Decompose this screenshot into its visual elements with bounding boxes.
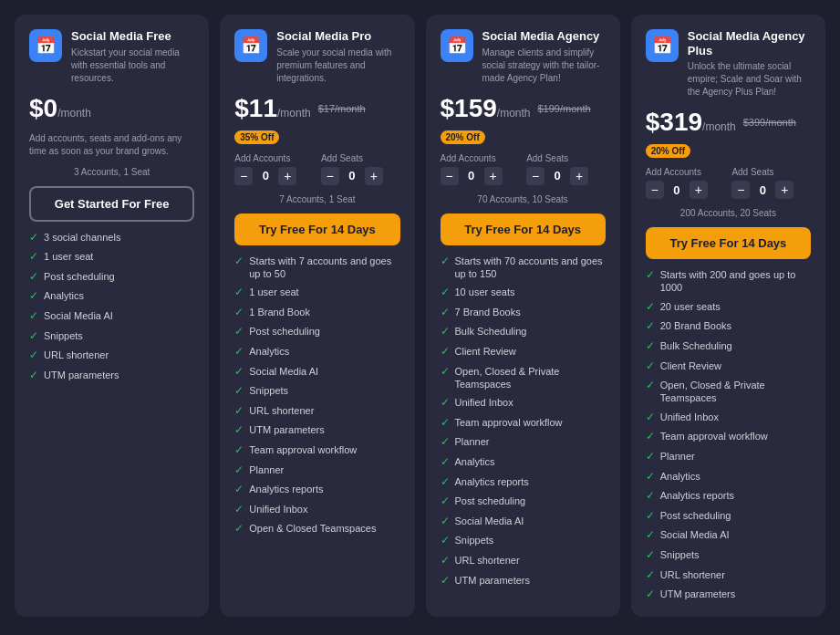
feature-item: ✓Snippets — [234, 384, 399, 399]
feature-text: UTM parameters — [660, 588, 736, 600]
feature-item: ✓URL shortener — [441, 554, 606, 568]
seats-counter-group: Add Seats−0+ — [731, 167, 811, 199]
check-icon: ✓ — [646, 489, 655, 504]
check-icon: ✓ — [29, 289, 38, 304]
seat-info: 70 Accounts, 10 Seats — [441, 194, 606, 204]
check-icon: ✓ — [234, 345, 244, 359]
check-icon: ✓ — [29, 349, 38, 363]
feature-text: Client Review — [660, 359, 721, 372]
plan-desc: Unlock the ultimate social empire; Scale… — [688, 60, 811, 99]
check-icon: ✓ — [234, 306, 244, 320]
plan-icon: 📅 — [646, 29, 679, 62]
feature-text: Social Media AI — [660, 528, 730, 541]
seats-minus-button[interactable]: − — [731, 181, 750, 199]
seats-label: Add Seats — [321, 153, 400, 163]
feature-item: ✓URL shortener — [29, 349, 194, 363]
feature-text: Snippets — [660, 548, 700, 561]
check-icon: ✓ — [646, 430, 655, 444]
check-icon: ✓ — [441, 396, 450, 411]
check-icon: ✓ — [441, 494, 450, 509]
accounts-minus-button[interactable]: − — [234, 167, 253, 185]
price-row: $0/month — [29, 94, 194, 123]
check-icon: ✓ — [29, 250, 38, 265]
check-icon: ✓ — [646, 588, 655, 602]
check-icon: ✓ — [646, 300, 655, 315]
feature-text: Open, Closed & Private Teamspaces — [660, 379, 811, 405]
feature-text: URL shortener — [44, 349, 109, 361]
feature-text: Planner — [249, 463, 284, 476]
accounts-plus-button[interactable]: + — [278, 167, 296, 185]
check-icon: ✓ — [29, 270, 38, 285]
feature-text: Snippets — [44, 329, 83, 342]
feature-item: ✓Post scheduling — [29, 270, 194, 285]
check-icon: ✓ — [234, 522, 244, 536]
feature-item: ✓URL shortener — [646, 568, 811, 583]
feature-text: 10 user seats — [455, 286, 515, 298]
feature-text: Team approval workflow — [249, 443, 357, 456]
feature-item: ✓Starts with 7 accounts and goes up to 5… — [234, 255, 399, 281]
feature-text: 1 Brand Book — [249, 306, 310, 318]
plan-header: 📅Social Media Agency PlusUnlock the ulti… — [646, 29, 811, 99]
check-icon: ✓ — [441, 534, 450, 548]
cta-button[interactable]: Get Started For Free — [29, 186, 194, 222]
accounts-plus-button[interactable]: + — [690, 181, 708, 199]
check-icon: ✓ — [441, 455, 450, 470]
feature-item: ✓UTM parameters — [29, 369, 194, 383]
feature-text: URL shortener — [455, 554, 520, 567]
plan-price: $159/month — [441, 94, 531, 123]
feature-item: ✓Starts with 70 accounts and goes up to … — [441, 255, 606, 281]
plan-name: Social Media Agency — [482, 29, 606, 44]
accounts-minus-button[interactable]: − — [441, 167, 459, 185]
check-icon: ✓ — [234, 255, 244, 269]
seats-minus-button[interactable]: − — [321, 167, 339, 185]
feature-text: UTM parameters — [455, 574, 531, 587]
feature-item: ✓Analytics reports — [441, 475, 606, 490]
check-icon: ✓ — [646, 411, 655, 425]
feature-item: ✓Team approval workflow — [646, 430, 811, 444]
plan-icon: 📅 — [29, 29, 62, 62]
check-icon: ✓ — [441, 345, 450, 359]
check-icon: ✓ — [646, 359, 655, 374]
check-icon: ✓ — [441, 435, 450, 450]
feature-item: ✓Planner — [234, 463, 399, 478]
feature-text: UTM parameters — [249, 423, 325, 436]
seats-plus-button[interactable]: + — [775, 181, 793, 199]
seats-plus-button[interactable]: + — [570, 167, 588, 185]
cta-button[interactable]: Try Free For 14 Days — [646, 227, 811, 259]
seats-plus-button[interactable]: + — [365, 167, 383, 185]
feature-text: 3 social channels — [44, 231, 120, 244]
feature-item: ✓Unified Inbox — [441, 396, 606, 411]
accounts-label: Add Accounts — [646, 167, 725, 177]
check-icon: ✓ — [234, 286, 244, 300]
check-icon: ✓ — [441, 475, 450, 490]
feature-item: ✓Snippets — [646, 548, 811, 563]
feature-text: 20 user seats — [660, 300, 721, 313]
accounts-minus-button[interactable]: − — [646, 181, 664, 199]
feature-item: ✓Social Media AI — [29, 309, 194, 324]
check-icon: ✓ — [441, 574, 450, 588]
plan-original-price: $399/month — [743, 117, 796, 128]
check-icon: ✓ — [441, 554, 450, 568]
feature-text: Starts with 70 accounts and goes up to 1… — [455, 255, 606, 281]
feature-item: ✓Analytics — [29, 289, 194, 304]
accounts-plus-button[interactable]: + — [484, 167, 503, 185]
feature-item: ✓Unified Inbox — [234, 503, 399, 517]
plan-desc: Scale your social media with premium fea… — [276, 47, 399, 85]
feature-text: Snippets — [455, 534, 494, 547]
cta-button[interactable]: Try Free For 14 Days — [234, 213, 399, 245]
feature-item: ✓Starts with 200 and goes up to 1000 — [646, 268, 811, 295]
feature-text: Planner — [660, 450, 695, 463]
feature-item: ✓Analytics — [646, 470, 811, 484]
plan-price: $11/month — [234, 94, 310, 123]
check-icon: ✓ — [646, 509, 655, 524]
seat-info: 3 Accounts, 1 Seat — [29, 167, 194, 177]
features-list: ✓3 social channels✓1 user seat✓Post sche… — [29, 231, 194, 383]
check-icon: ✓ — [441, 306, 450, 320]
seats-minus-button[interactable]: − — [526, 167, 544, 185]
seats-value: 0 — [550, 169, 565, 182]
cta-button[interactable]: Try Free For 14 Days — [441, 213, 606, 245]
check-icon: ✓ — [646, 470, 655, 484]
feature-item: ✓1 user seat — [29, 250, 194, 265]
check-icon: ✓ — [646, 528, 655, 543]
accounts-value: 0 — [464, 169, 479, 182]
